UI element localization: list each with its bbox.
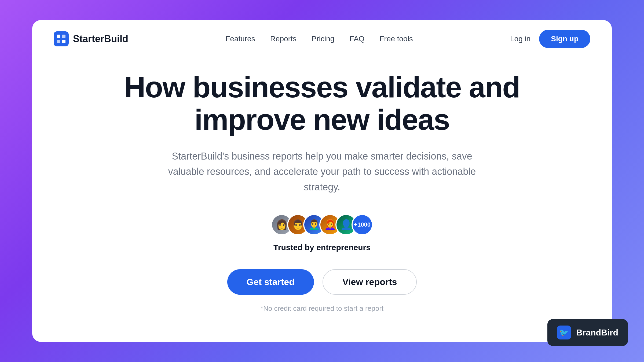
cta-buttons: Get started View reports [227,269,417,295]
nav-faq[interactable]: FAQ [349,35,364,43]
svg-rect-2 [57,40,60,43]
nav-pricing[interactable]: Pricing [312,35,335,43]
view-reports-button[interactable]: View reports [323,269,417,295]
brandbird-icon: 🐦 [557,326,571,339]
brandbird-badge: 🐦 BrandBird [547,319,628,346]
main-card: StarterBuild Features Reports Pricing FA… [32,20,612,342]
login-button[interactable]: Log in [510,35,530,43]
hero-section: How businesses validate and improve new … [32,58,612,342]
no-credit-card-text: *No credit card required to start a repo… [261,304,383,313]
get-started-button[interactable]: Get started [227,269,314,295]
navbar: StarterBuild Features Reports Pricing FA… [32,20,612,58]
logo-icon [54,31,69,46]
nav-reports[interactable]: Reports [270,35,297,43]
trusted-text: Trusted by entrepreneurs [273,243,371,252]
nav-features[interactable]: Features [225,35,255,43]
avatar-group: 👩 👨 👨‍🦱 👩‍🦰 👤 +1000 [271,214,373,235]
nav-actions: Log in Sign up [510,30,590,48]
svg-rect-1 [62,35,65,38]
nav-links: Features Reports Pricing FAQ Free tools [225,35,413,43]
hero-title: How businesses validate and improve new … [107,71,537,136]
signup-button[interactable]: Sign up [539,30,590,48]
nav-free-tools[interactable]: Free tools [379,35,413,43]
brandbird-label: BrandBird [576,328,618,338]
logo-area: StarterBuild [54,31,128,46]
svg-rect-3 [62,40,65,43]
avatar-count: +1000 [352,214,373,235]
logo-text: StarterBuild [73,33,128,45]
hero-subtitle: StarterBuild's business reports help you… [161,149,483,195]
svg-rect-0 [57,35,60,38]
